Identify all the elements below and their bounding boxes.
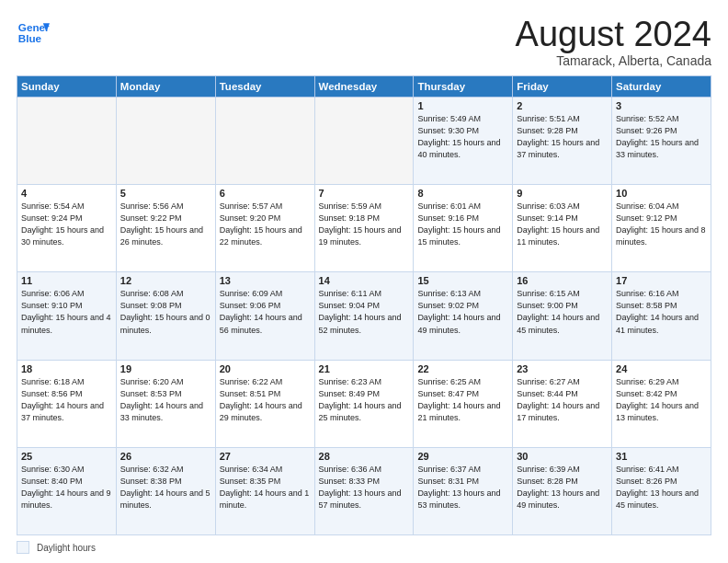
calendar-cell: 29Sunrise: 6:37 AM Sunset: 8:31 PM Dayli… [414,447,513,534]
legend-box [17,541,29,554]
calendar-cell: 6Sunrise: 5:57 AM Sunset: 9:20 PM Daylig… [215,185,314,272]
day-number: 6 [220,188,311,199]
weekday-header-saturday: Saturday [612,76,711,98]
footer: Daylight hours [17,541,711,554]
day-number: 22 [417,363,508,374]
day-number: 20 [220,363,311,374]
calendar-cell: 3Sunrise: 5:52 AM Sunset: 9:26 PM Daylig… [612,98,711,185]
day-number: 5 [120,188,211,199]
day-number: 13 [220,275,311,286]
calendar-cell: 8Sunrise: 6:01 AM Sunset: 9:16 PM Daylig… [414,185,513,272]
calendar-cell: 31Sunrise: 6:41 AM Sunset: 8:26 PM Dayli… [612,447,711,534]
day-info: Sunrise: 6:23 AM Sunset: 8:49 PM Dayligh… [319,376,410,424]
calendar-cell [314,98,414,185]
page: General Blue August 2024 Tamarack, Alber… [0,0,728,563]
svg-text:Blue: Blue [18,32,42,44]
week-row-5: 25Sunrise: 6:30 AM Sunset: 8:40 PM Dayli… [17,447,711,534]
day-info: Sunrise: 6:34 AM Sunset: 8:35 PM Dayligh… [220,464,311,511]
day-info: Sunrise: 6:04 AM Sunset: 9:12 PM Dayligh… [616,201,707,248]
calendar-cell: 26Sunrise: 6:32 AM Sunset: 8:38 PM Dayli… [116,447,215,534]
calendar-cell: 9Sunrise: 6:03 AM Sunset: 9:14 PM Daylig… [513,185,612,272]
day-number: 30 [517,451,608,462]
day-number: 11 [21,275,112,286]
day-number: 25 [21,451,112,462]
day-info: Sunrise: 6:37 AM Sunset: 8:31 PM Dayligh… [417,464,508,511]
day-number: 7 [319,188,410,199]
day-info: Sunrise: 5:59 AM Sunset: 9:18 PM Dayligh… [319,201,410,248]
calendar-cell: 7Sunrise: 5:59 AM Sunset: 9:18 PM Daylig… [314,185,414,272]
day-number: 3 [616,100,707,111]
calendar-cell: 27Sunrise: 6:34 AM Sunset: 8:35 PM Dayli… [215,447,314,534]
day-info: Sunrise: 6:29 AM Sunset: 8:42 PM Dayligh… [616,376,707,424]
day-info: Sunrise: 6:27 AM Sunset: 8:44 PM Dayligh… [517,376,608,424]
day-number: 23 [517,363,608,374]
day-info: Sunrise: 6:41 AM Sunset: 8:26 PM Dayligh… [616,464,707,511]
location: Tamarack, Alberta, Canada [516,53,711,68]
day-info: Sunrise: 6:25 AM Sunset: 8:47 PM Dayligh… [417,376,508,424]
logo-icon: General Blue [17,17,50,50]
calendar-cell: 16Sunrise: 6:15 AM Sunset: 9:00 PM Dayli… [513,272,612,360]
day-info: Sunrise: 6:08 AM Sunset: 9:08 PM Dayligh… [120,288,211,336]
calendar-cell: 28Sunrise: 6:36 AM Sunset: 8:33 PM Dayli… [314,447,414,534]
day-info: Sunrise: 5:57 AM Sunset: 9:20 PM Dayligh… [220,201,311,248]
day-info: Sunrise: 6:15 AM Sunset: 9:00 PM Dayligh… [517,288,608,336]
day-info: Sunrise: 6:39 AM Sunset: 8:28 PM Dayligh… [517,464,608,511]
day-number: 27 [220,451,311,462]
day-info: Sunrise: 6:11 AM Sunset: 9:04 PM Dayligh… [319,288,410,336]
calendar-cell: 5Sunrise: 5:56 AM Sunset: 9:22 PM Daylig… [116,185,215,272]
calendar-cell: 18Sunrise: 6:18 AM Sunset: 8:56 PM Dayli… [17,360,117,447]
calendar-cell: 10Sunrise: 6:04 AM Sunset: 9:12 PM Dayli… [612,185,711,272]
day-info: Sunrise: 6:20 AM Sunset: 8:53 PM Dayligh… [120,376,211,424]
calendar-cell: 1Sunrise: 5:49 AM Sunset: 9:30 PM Daylig… [414,98,513,185]
calendar-cell [215,98,314,185]
month-title: August 2024 [516,17,711,52]
week-row-4: 18Sunrise: 6:18 AM Sunset: 8:56 PM Dayli… [17,360,711,447]
weekday-header-friday: Friday [513,76,612,98]
day-info: Sunrise: 5:49 AM Sunset: 9:30 PM Dayligh… [417,113,508,161]
day-info: Sunrise: 6:16 AM Sunset: 8:58 PM Dayligh… [616,288,707,336]
legend-label: Daylight hours [37,543,96,553]
day-number: 18 [21,363,112,374]
day-number: 10 [616,188,707,199]
day-info: Sunrise: 6:03 AM Sunset: 9:14 PM Dayligh… [517,201,608,248]
calendar-cell: 15Sunrise: 6:13 AM Sunset: 9:02 PM Dayli… [414,272,513,360]
day-info: Sunrise: 6:32 AM Sunset: 8:38 PM Dayligh… [120,464,211,511]
day-info: Sunrise: 6:22 AM Sunset: 8:51 PM Dayligh… [220,376,311,424]
weekday-header-wednesday: Wednesday [314,76,414,98]
day-number: 17 [616,275,707,286]
day-info: Sunrise: 6:30 AM Sunset: 8:40 PM Dayligh… [21,464,112,511]
day-number: 31 [616,451,707,462]
weekday-header-monday: Monday [116,76,215,98]
day-number: 1 [417,100,508,111]
day-info: Sunrise: 6:18 AM Sunset: 8:56 PM Dayligh… [21,376,112,424]
day-number: 8 [417,188,508,199]
day-number: 12 [120,275,211,286]
calendar-table: SundayMondayTuesdayWednesdayThursdayFrid… [17,75,711,535]
calendar-cell: 23Sunrise: 6:27 AM Sunset: 8:44 PM Dayli… [513,360,612,447]
calendar-cell: 14Sunrise: 6:11 AM Sunset: 9:04 PM Dayli… [314,272,414,360]
day-number: 14 [319,275,410,286]
week-row-3: 11Sunrise: 6:06 AM Sunset: 9:10 PM Dayli… [17,272,711,360]
calendar-cell: 21Sunrise: 6:23 AM Sunset: 8:49 PM Dayli… [314,360,414,447]
day-number: 19 [120,363,211,374]
day-number: 2 [517,100,608,111]
calendar-cell: 22Sunrise: 6:25 AM Sunset: 8:47 PM Dayli… [414,360,513,447]
day-info: Sunrise: 6:36 AM Sunset: 8:33 PM Dayligh… [319,464,410,511]
day-info: Sunrise: 6:06 AM Sunset: 9:10 PM Dayligh… [21,288,112,336]
day-number: 24 [616,363,707,374]
weekday-header-thursday: Thursday [414,76,513,98]
calendar-cell: 19Sunrise: 6:20 AM Sunset: 8:53 PM Dayli… [116,360,215,447]
calendar-cell: 11Sunrise: 6:06 AM Sunset: 9:10 PM Dayli… [17,272,117,360]
day-info: Sunrise: 5:52 AM Sunset: 9:26 PM Dayligh… [616,113,707,161]
weekday-header-row: SundayMondayTuesdayWednesdayThursdayFrid… [17,76,711,98]
weekday-header-sunday: Sunday [17,76,117,98]
day-number: 21 [319,363,410,374]
logo: General Blue [17,17,50,50]
calendar-cell [17,98,117,185]
calendar-cell: 24Sunrise: 6:29 AM Sunset: 8:42 PM Dayli… [612,360,711,447]
calendar-cell: 30Sunrise: 6:39 AM Sunset: 8:28 PM Dayli… [513,447,612,534]
top-section: General Blue August 2024 Tamarack, Alber… [17,17,711,68]
calendar-cell: 20Sunrise: 6:22 AM Sunset: 8:51 PM Dayli… [215,360,314,447]
day-info: Sunrise: 5:56 AM Sunset: 9:22 PM Dayligh… [120,201,211,248]
day-number: 29 [417,451,508,462]
